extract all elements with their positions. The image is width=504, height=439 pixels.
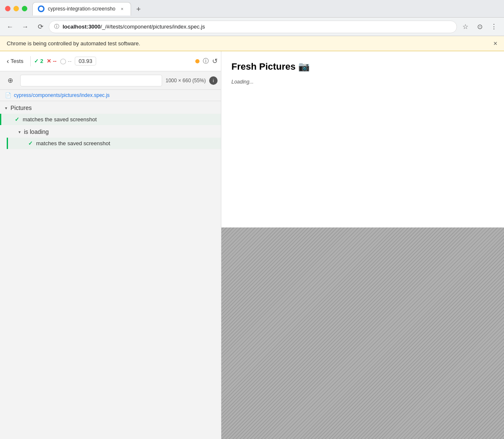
secure-icon: ⓘ	[54, 23, 59, 30]
cypress-panel: ‹ Tests ✓ 2 ✕ -- ◯ -- 03.93	[0, 51, 221, 439]
file-path[interactable]: 📄 cypress/components/pictures/index.spec…	[0, 90, 221, 101]
test-suite-pictures: Pictures ✓ matches the saved screenshot …	[0, 101, 221, 149]
preview-panel: Fresh Pictures 📷 Loading...	[221, 51, 504, 439]
automation-banner-text: Chrome is being controlled by automated …	[7, 40, 140, 47]
test-label-0: matches the saved screenshot	[23, 116, 97, 123]
account-button[interactable]: ⊙	[473, 20, 486, 34]
viewport-toolbar: ⊕ 1000 × 660 (55%) i	[0, 71, 221, 90]
nested-test-pass-icon-0: ✓	[28, 140, 33, 146]
tab-favicon-icon	[38, 5, 45, 12]
traffic-lights	[5, 6, 27, 11]
test-item-0[interactable]: ✓ matches the saved screenshot	[0, 114, 221, 125]
viewport-size-label: 1000 × 660 (55%)	[165, 78, 206, 84]
new-tab-button[interactable]: +	[133, 4, 144, 16]
address-host: localhost:3000	[63, 24, 100, 30]
test-time: 03.93	[75, 57, 96, 65]
fail-x-icon: ✕	[47, 58, 51, 64]
toolbar-divider	[30, 56, 31, 66]
back-button[interactable]: ←	[3, 20, 17, 34]
forward-button[interactable]: →	[18, 20, 32, 34]
bookmark-button[interactable]: ☆	[459, 20, 472, 34]
url-display	[20, 75, 162, 86]
browser-tab-active[interactable]: cypress-integration-screensho ×	[32, 2, 131, 16]
crosshair-button[interactable]: ⊕	[3, 74, 17, 87]
file-path-text: cypress/components/pictures/index.spec.j…	[14, 92, 110, 98]
reload-button[interactable]: ⟳	[34, 20, 47, 34]
nested-suite-is-loading: is loading ✓ matches the saved screensho…	[0, 125, 221, 149]
suite-header-pictures[interactable]: Pictures	[0, 101, 221, 114]
nav-bar: ← → ⟳ ⓘ localhost:3000/_/#/tests/compone…	[0, 18, 504, 36]
nested-suite-header[interactable]: is loading	[7, 125, 221, 138]
menu-button[interactable]: ⋮	[487, 20, 501, 34]
address-path: /_/#/tests/component/pictures/index.spec…	[100, 24, 205, 30]
preview-title: Fresh Pictures 📷	[231, 61, 494, 72]
preview-gray-area	[221, 227, 504, 439]
preview-content: Fresh Pictures 📷 Loading...	[221, 51, 504, 227]
cypress-toolbar: ‹ Tests ✓ 2 ✕ -- ◯ -- 03.93	[0, 51, 221, 71]
banner-close-button[interactable]: ×	[494, 40, 497, 47]
nested-suite-toggle-icon[interactable]	[18, 130, 21, 134]
status-dot	[195, 59, 200, 63]
pass-count: ✓ 2	[34, 58, 43, 64]
nested-suite-name: is loading	[24, 128, 49, 135]
pending-count: ◯ --	[60, 58, 72, 64]
pass-count-value: 2	[40, 58, 43, 64]
main-content: ‹ Tests ✓ 2 ✕ -- ◯ -- 03.93	[0, 51, 504, 439]
preview-loading-text: Loading...	[231, 79, 494, 85]
automation-banner: Chrome is being controlled by automated …	[0, 36, 504, 51]
test-pass-icon-0: ✓	[15, 116, 19, 123]
address-text: localhost:3000/_/#/tests/component/pictu…	[63, 24, 452, 30]
nested-test-label-0: matches the saved screenshot	[36, 140, 110, 146]
minimize-traffic-light[interactable]	[13, 6, 19, 11]
chevron-left-icon: ‹	[7, 57, 9, 65]
title-bar: cypress-integration-screensho × +	[0, 0, 504, 18]
file-icon: 📄	[5, 92, 11, 98]
nested-test-item-0[interactable]: ✓ matches the saved screenshot	[7, 138, 221, 149]
close-traffic-light[interactable]	[5, 6, 10, 11]
tests-back-button[interactable]: ‹ Tests	[3, 56, 27, 67]
info-icon[interactable]: ⓘ	[203, 57, 209, 65]
reload-icon[interactable]: ↺	[212, 57, 218, 65]
fail-count: ✕ --	[47, 58, 57, 64]
tests-back-label: Tests	[10, 58, 23, 64]
address-bar[interactable]: ⓘ localhost:3000/_/#/tests/component/pic…	[49, 21, 457, 33]
suite-toggle-icon[interactable]	[5, 106, 7, 110]
fullscreen-traffic-light[interactable]	[22, 6, 27, 11]
test-tree: Pictures ✓ matches the saved screenshot …	[0, 101, 221, 439]
viewport-info-button[interactable]: i	[209, 76, 218, 85]
tabs-area: cypress-integration-screensho × +	[32, 2, 499, 16]
pending-count-value: --	[68, 58, 72, 64]
pass-check-icon: ✓	[34, 58, 39, 64]
fail-count-value: --	[53, 58, 57, 64]
tab-title: cypress-integration-screensho	[48, 6, 116, 12]
tab-close-button[interactable]: ×	[119, 5, 126, 12]
suite-name: Pictures	[10, 105, 32, 111]
nav-actions: ☆ ⊙ ⋮	[459, 20, 501, 34]
browser-frame: cypress-integration-screensho × + ← → ⟳ …	[0, 0, 504, 439]
pending-circle-icon: ◯	[60, 58, 66, 64]
